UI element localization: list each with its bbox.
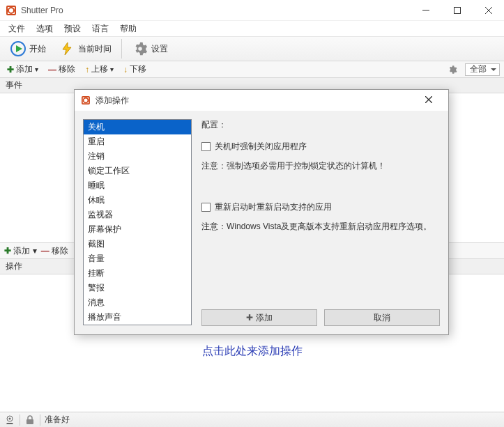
list-item[interactable]: 音量	[84, 251, 191, 266]
dialog-cancel-button[interactable]: 取消	[324, 309, 440, 326]
list-item[interactable]: 锁定工作区	[84, 164, 191, 178]
remove-op-button[interactable]: — 移除	[41, 245, 68, 257]
app-icon	[80, 95, 91, 106]
status-text: 准备好	[45, 414, 70, 426]
plus-icon: ✚	[4, 246, 11, 256]
lightning-icon	[59, 40, 75, 57]
svg-marker-6	[63, 42, 71, 55]
remove-label: 移除	[59, 63, 75, 75]
now-button[interactable]: 当前时间	[53, 38, 117, 59]
plus-icon: ✚	[7, 65, 14, 75]
force-close-label: 关机时强制关闭应用程序	[215, 141, 307, 153]
menu-help[interactable]: 帮助	[114, 21, 142, 37]
list-item[interactable]: 重启	[84, 134, 191, 149]
gear-icon	[132, 40, 148, 57]
chevron-down-icon: ▾	[35, 65, 38, 73]
dialog-titlebar: 添加操作	[75, 90, 448, 111]
add-label: 添加	[16, 63, 33, 75]
start-label: 开始	[29, 43, 46, 55]
start-button[interactable]: 开始	[4, 38, 52, 59]
chevron-down-icon: ▾	[110, 65, 114, 73]
svg-rect-1	[454, 7, 460, 13]
menu-file[interactable]: 文件	[3, 21, 31, 37]
list-item[interactable]: 睡眠	[84, 178, 191, 193]
add-op-button[interactable]: ✚ 添加 ▾	[4, 245, 37, 257]
list-item[interactable]: 挂断	[84, 266, 191, 281]
dialog-cancel-label: 取消	[374, 312, 390, 324]
remove-label: 移除	[52, 246, 68, 256]
minimize-button[interactable]	[410, 0, 441, 21]
moveup-label: 上移	[91, 63, 108, 75]
force-close-checkbox[interactable]: 关机时强制关闭应用程序	[201, 141, 440, 153]
add-action-dialog: 添加操作 关机重启注销锁定工作区睡眠休眠监视器屏幕保护截图音量挂断警报消息播放声…	[74, 89, 449, 335]
svg-marker-5	[16, 45, 22, 52]
svg-rect-10	[26, 419, 33, 424]
plus-icon: ✚	[246, 313, 253, 323]
events-label: 事件	[6, 79, 22, 91]
list-item[interactable]: 消息	[84, 295, 191, 310]
menu-bar: 文件 选项 预设 语言 帮助	[0, 21, 504, 36]
menu-presets[interactable]: 预设	[59, 21, 86, 37]
movedown-event-button[interactable]: ↓ 下移	[121, 63, 149, 75]
maximize-button[interactable]	[441, 0, 473, 21]
minus-icon: —	[48, 65, 56, 75]
force-close-note: 注意：强制选项必需用于控制锁定状态的计算机！	[201, 160, 440, 172]
arrow-down-icon: ↓	[123, 65, 128, 75]
ops-label: 操作	[6, 261, 22, 272]
events-actionstrip: ✚ 添加 ▾ — 移除 ↑ 上移 ▾ ↓ 下移 全部	[0, 61, 504, 78]
list-item[interactable]: 警报	[84, 281, 191, 295]
filter-dropdown[interactable]: 全部	[465, 63, 500, 76]
checkbox-icon	[201, 203, 211, 212]
list-item[interactable]: 运行程序	[84, 325, 191, 325]
toolbar: 开始 当前时间 设置	[0, 36, 504, 61]
webcam-icon[interactable]	[4, 414, 15, 426]
dialog-add-label: 添加	[256, 312, 273, 324]
list-item[interactable]: 关机	[84, 120, 191, 134]
list-item[interactable]: 屏幕保护	[84, 222, 191, 237]
restart-apps-label: 重新启动时重新启动支持的应用	[215, 201, 332, 213]
restart-apps-note: 注意：Windows Vista及更高版本支持重新启动应用程序选项。	[201, 220, 440, 233]
now-label: 当前时间	[78, 43, 112, 55]
restart-apps-checkbox[interactable]: 重新启动时重新启动支持的应用	[201, 201, 440, 213]
chevron-down-icon: ▾	[33, 246, 37, 256]
list-item[interactable]: 休眠	[84, 193, 191, 208]
dialog-add-button[interactable]: ✚ 添加	[201, 309, 317, 326]
config-pane: 配置： 关机时强制关闭应用程序 注意：强制选项必需用于控制锁定状态的计算机！ 重…	[201, 119, 440, 326]
moveup-event-button[interactable]: ↑ 上移 ▾	[82, 63, 116, 75]
checkbox-icon	[201, 142, 211, 151]
window-title: Shutter Pro	[21, 6, 63, 15]
toolbar-separator	[121, 39, 122, 59]
dialog-close-button[interactable]	[415, 95, 443, 105]
list-item[interactable]: 注销	[84, 149, 191, 164]
add-event-button[interactable]: ✚ 添加 ▾	[4, 63, 41, 75]
window-controls	[410, 0, 504, 21]
close-button[interactable]	[473, 0, 504, 21]
dialog-title: 添加操作	[96, 95, 129, 107]
list-item[interactable]: 截图	[84, 237, 191, 251]
titlebar: Shutter Pro	[0, 0, 504, 21]
action-listbox[interactable]: 关机重启注销锁定工作区睡眠休眠监视器屏幕保护截图音量挂断警报消息播放声音运行程序…	[83, 119, 192, 325]
gear-icon[interactable]	[447, 64, 458, 75]
menu-language[interactable]: 语言	[86, 21, 114, 37]
play-icon	[10, 40, 26, 57]
add-op-placeholder[interactable]: 点击此处来添加操作	[202, 344, 303, 359]
minus-icon: —	[41, 246, 49, 256]
app-icon	[6, 5, 17, 16]
movedown-label: 下移	[130, 63, 146, 75]
statusbar: 准备好	[0, 412, 504, 427]
svg-point-7	[138, 47, 142, 51]
settings-label: 设置	[151, 43, 168, 55]
svg-point-9	[9, 417, 11, 419]
config-label: 配置：	[201, 119, 440, 131]
lock-icon[interactable]	[24, 414, 36, 426]
list-item[interactable]: 播放声音	[84, 310, 191, 325]
settings-button[interactable]: 设置	[126, 38, 174, 59]
filter-value: 全部	[470, 63, 487, 75]
remove-event-button[interactable]: — 移除	[45, 63, 78, 75]
menu-options[interactable]: 选项	[31, 21, 59, 37]
add-label: 添加	[13, 246, 30, 256]
arrow-up-icon: ↑	[85, 65, 89, 75]
list-item[interactable]: 监视器	[84, 208, 191, 222]
